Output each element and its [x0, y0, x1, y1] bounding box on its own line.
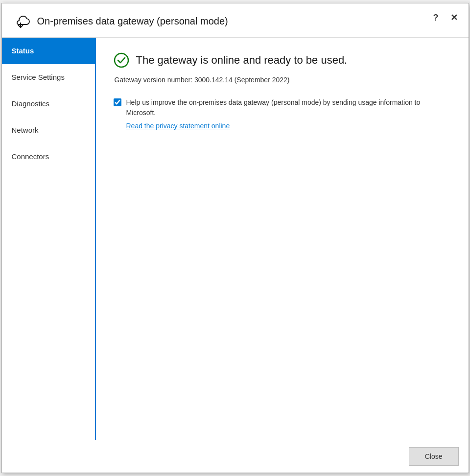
improve-text-block: Help us improve the on-premises data gat…: [126, 97, 451, 130]
close-button[interactable]: Close: [409, 447, 459, 466]
sidebar-item-service-settings[interactable]: Service Settings: [2, 64, 95, 91]
sidebar: Status Service Settings Diagnostics Netw…: [2, 38, 96, 440]
content-area: The gateway is online and ready to be us…: [96, 38, 469, 440]
status-online-icon: [114, 52, 129, 68]
sidebar-item-diagnostics[interactable]: Diagnostics: [2, 91, 95, 117]
status-message: The gateway is online and ready to be us…: [136, 54, 348, 67]
version-text: Gateway version number: 3000.142.14 (Sep…: [114, 76, 451, 84]
help-button[interactable]: ?: [430, 12, 442, 24]
improve-text: Help us improve the on-premises data gat…: [126, 97, 451, 118]
privacy-link[interactable]: Read the privacy statement online: [126, 122, 451, 130]
improve-section: Help us improve the on-premises data gat…: [114, 97, 451, 130]
title-controls: ? ✕: [430, 11, 461, 24]
sidebar-item-network[interactable]: Network: [2, 117, 95, 143]
svg-point-1: [115, 53, 128, 67]
window-title: On-premises data gateway (personal mode): [37, 16, 228, 27]
window-close-button[interactable]: ✕: [447, 11, 461, 24]
main-content: Status Service Settings Diagnostics Netw…: [2, 38, 469, 440]
status-header: The gateway is online and ready to be us…: [114, 52, 451, 68]
title-bar: On-premises data gateway (personal mode)…: [2, 3, 469, 38]
main-window: On-premises data gateway (personal mode)…: [1, 3, 469, 473]
sidebar-item-status[interactable]: Status: [2, 38, 95, 64]
improve-checkbox[interactable]: [114, 98, 121, 106]
sidebar-item-connectors[interactable]: Connectors: [2, 143, 95, 170]
checkbox-area: Help us improve the on-premises data gat…: [114, 97, 451, 130]
title-left: On-premises data gateway (personal mode): [10, 11, 228, 32]
footer: Close: [2, 440, 469, 473]
cloud-upload-icon: [10, 11, 31, 32]
